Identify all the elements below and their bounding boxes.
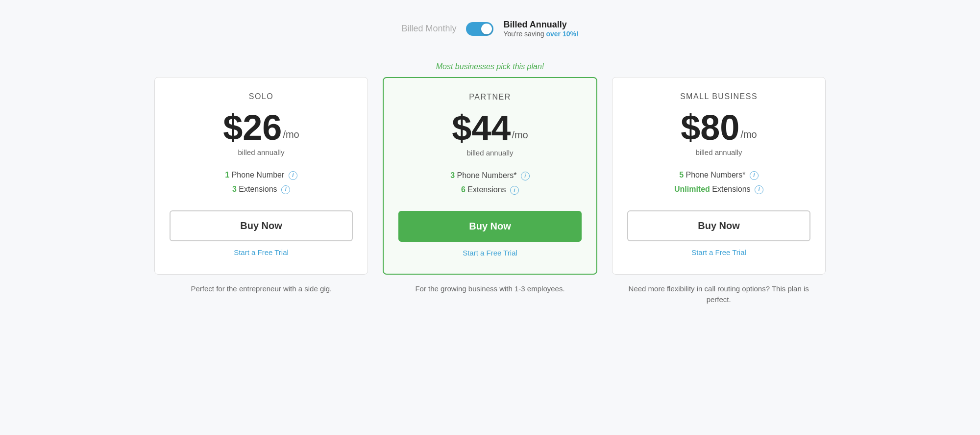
billing-toggle-section: Billed Monthly Billed Annually You're sa… xyxy=(401,20,578,38)
feature-item: 6 Extensions i xyxy=(450,183,530,197)
info-icon[interactable]: i xyxy=(521,172,530,180)
price-per-mo-partner: /mo xyxy=(512,129,528,141)
price-per-mo-small-business: /mo xyxy=(740,129,757,140)
card-description-solo: Perfect for the entrepreneur with a side… xyxy=(154,283,368,306)
card-description-small-business: Need more flexibility in call routing op… xyxy=(612,283,826,306)
price-billing-solo: billed annually xyxy=(238,148,284,156)
features-list-partner: 3 Phone Numbers* i 6 Extensions i xyxy=(450,169,530,197)
price-dollar-small-business: $80 xyxy=(681,110,739,145)
feature-item: 5 Phone Numbers* i xyxy=(674,168,763,182)
free-trial-link-solo[interactable]: Start a Free Trial xyxy=(234,248,289,256)
info-icon[interactable]: i xyxy=(281,185,290,194)
price-row-solo: $26 /mo xyxy=(223,110,299,145)
price-row-small-business: $80 /mo xyxy=(681,110,757,145)
free-trial-link-partner[interactable]: Start a Free Trial xyxy=(463,249,517,257)
feature-item: 3 Phone Numbers* i xyxy=(450,169,530,183)
price-dollar-solo: $26 xyxy=(223,110,282,145)
price-per-mo-solo: /mo xyxy=(283,129,299,140)
cards-descriptions: Perfect for the entrepreneur with a side… xyxy=(147,283,833,306)
info-icon[interactable]: i xyxy=(750,171,759,180)
plan-name-partner: PARTNER xyxy=(469,93,511,102)
price-dollar-partner: $44 xyxy=(452,110,511,146)
price-row-partner: $44 /mo xyxy=(452,110,528,146)
free-trial-link-small-business[interactable]: Start a Free Trial xyxy=(691,248,746,256)
toggle-knob xyxy=(481,24,492,34)
features-list-solo: 1 Phone Number i 3 Extensions i xyxy=(225,168,297,197)
card-description-partner: For the growing business with 1-3 employ… xyxy=(383,283,597,306)
features-list-small-business: 5 Phone Numbers* i Unlimited Extensions … xyxy=(674,168,763,197)
most-popular-label: Most businesses pick this plan! xyxy=(436,62,544,71)
feature-item: 3 Extensions i xyxy=(225,182,297,197)
price-billing-partner: billed annually xyxy=(466,149,513,157)
plan-name-small-business: SMALL BUSINESS xyxy=(680,92,758,101)
pricing-cards: SOLO $26 /mo billed annually 1 Phone Num… xyxy=(147,77,833,275)
info-icon[interactable]: i xyxy=(289,171,297,180)
billing-annually-info: Billed Annually You're saving over 10%! xyxy=(503,20,578,38)
price-billing-small-business: billed annually xyxy=(695,148,742,156)
feature-item: 1 Phone Number i xyxy=(225,168,297,182)
info-icon[interactable]: i xyxy=(510,186,519,195)
buy-now-button-small-business[interactable]: Buy Now xyxy=(627,210,810,241)
billing-toggle[interactable] xyxy=(466,22,493,36)
info-icon[interactable]: i xyxy=(755,185,763,194)
pricing-card-solo: SOLO $26 /mo billed annually 1 Phone Num… xyxy=(154,77,368,275)
billing-monthly-label: Billed Monthly xyxy=(401,24,456,34)
pricing-card-partner: PARTNER $44 /mo billed annually 3 Phone … xyxy=(383,77,597,275)
buy-now-button-solo[interactable]: Buy Now xyxy=(170,210,353,241)
billing-annually-label: Billed Annually xyxy=(503,20,578,30)
plan-name-solo: SOLO xyxy=(249,92,273,101)
feature-item: Unlimited Extensions i xyxy=(674,182,763,197)
pricing-card-small-business: SMALL BUSINESS $80 /mo billed annually 5… xyxy=(612,77,826,275)
billing-saving-text: You're saving over 10%! xyxy=(503,30,578,38)
buy-now-button-partner[interactable]: Buy Now xyxy=(398,211,582,242)
